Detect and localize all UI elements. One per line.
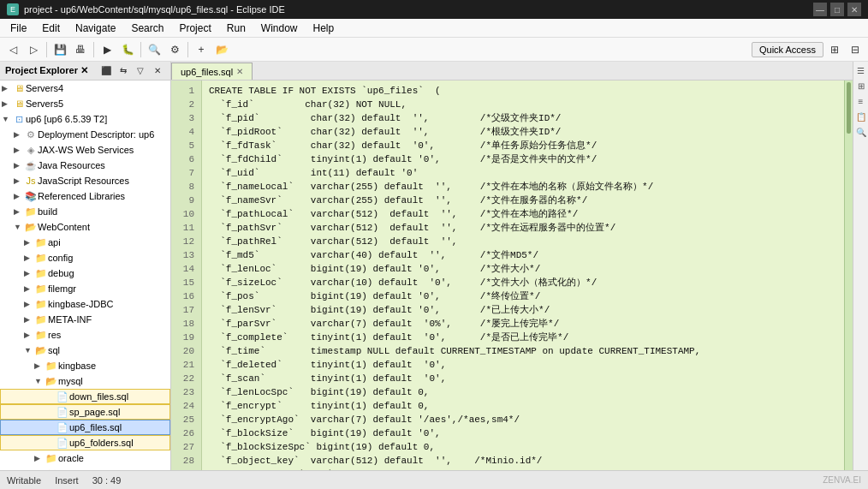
tree-item-config[interactable]: ▶ 📁 config	[0, 250, 170, 265]
code-line[interactable]: `f_pos` bigint(19) default '0', /*终传位置*/	[209, 289, 837, 303]
toolbar-perspectives[interactable]: ⊞	[825, 40, 844, 59]
right-icon-btn-5[interactable]: 🔍	[854, 125, 868, 139]
code-line[interactable]: `f_nameLocal` varchar(255) default '', /…	[209, 180, 837, 194]
maximize-button[interactable]: □	[830, 3, 844, 16]
tree-item-kingbase[interactable]: ▶ 📁 kingbase	[0, 358, 170, 373]
menu-project[interactable]: Project	[172, 21, 217, 36]
right-icon-btn-1[interactable]: ☰	[854, 63, 868, 77]
toolbar-sep2	[93, 42, 94, 57]
code-line[interactable]: `f_pathLocal` varchar(512) default '', /…	[209, 207, 837, 221]
project-tree[interactable]: ▶ 🖥 Servers4 ▶ 🖥 Servers5 ▼ ⊡ up6 [up6 6…	[0, 81, 170, 470]
tree-item-api[interactable]: ▶ 📁 api	[0, 235, 170, 250]
code-editor[interactable]: CREATE TABLE IF NOT EXISTS `up6_files` (…	[202, 81, 844, 470]
sidebar-link-editor[interactable]: ⇆	[116, 63, 131, 79]
code-line[interactable]: CREATE TABLE IF NOT EXISTS `up6_files` (	[209, 84, 837, 98]
tree-item-javascript[interactable]: ▶ Js JavaScript Resources	[0, 173, 170, 188]
lib-icon: 📚	[24, 190, 38, 202]
tree-item-res[interactable]: ▶ 📁 res	[0, 327, 170, 343]
menu-window[interactable]: Window	[254, 21, 305, 36]
window-controls[interactable]: — □ ✕	[813, 3, 861, 16]
code-line[interactable]: `f_id` char(32) NOT NULL,	[209, 98, 837, 111]
tree-item-build[interactable]: ▶ 📁 build	[0, 204, 170, 219]
code-line[interactable]: `f_parSvr` varchar(7) default '0%', /*屡完…	[209, 317, 837, 331]
tree-item-reflibs[interactable]: ▶ 📚 Referenced Libraries	[0, 188, 170, 204]
right-icon-btn-3[interactable]: ≡	[854, 94, 868, 108]
code-line[interactable]: `f_nameSvr` varchar(255) default '', /*文…	[209, 194, 837, 207]
tree-label: debug	[48, 268, 169, 278]
right-icon-btn-4[interactable]: 📋	[854, 110, 868, 123]
right-icon-btn-2[interactable]: ⊞	[854, 79, 868, 92]
tree-item-up6-folders[interactable]: 📄 up6_folders.sql	[0, 435, 170, 450]
toolbar-forward[interactable]: ▷	[24, 40, 43, 59]
sidebar-collapse-all[interactable]: ⬛	[98, 63, 114, 79]
code-line[interactable]: `f_pathRel` varchar(512) default '',	[209, 235, 837, 248]
tree-item-filemgr[interactable]: ▶ 📁 filemgr	[0, 281, 170, 296]
toolbar-views[interactable]: ⊟	[846, 40, 865, 59]
folder-open-icon: 📂	[34, 344, 48, 356]
tree-label: filemgr	[48, 283, 169, 294]
tree-item-debug[interactable]: ▶ 📁 debug	[0, 265, 170, 281]
tree-item-servers5[interactable]: ▶ 🖥 Servers5	[0, 96, 170, 111]
tree-item-sp-page[interactable]: 📄 sp_page.sql	[0, 404, 170, 420]
menu-navigate[interactable]: Navigate	[68, 21, 122, 36]
code-line[interactable]: `f_complete` tinyint(1) default '0', /*是…	[209, 331, 837, 344]
editor-tabs: up6_files.sql ✕	[171, 62, 853, 81]
toolbar-search[interactable]: 🔍	[145, 40, 163, 59]
editor-content[interactable]: 1234567891011121314151617181920212223242…	[171, 81, 853, 470]
code-line[interactable]: `f_md5` varchar(40) default '', /*文件MD5*…	[209, 248, 837, 262]
code-line[interactable]: `f_pid` char(32) default '', /*父级文件夹ID*/	[209, 111, 837, 125]
code-line[interactable]: `f_blockSize` bigint(19) default '0',	[209, 426, 837, 440]
toolbar-open[interactable]: 📂	[212, 40, 231, 59]
code-line[interactable]: `f_fdTask` char(32) default '0', /*单任务原始…	[209, 139, 837, 152]
code-line[interactable]: `f_uid` int(11) default '0'	[209, 166, 837, 180]
code-line[interactable]: `f_blockSizeSpc` bigint(19) default 0,	[209, 440, 837, 454]
code-line[interactable]: `f_encryptAgo` varchar(7) default '/aes'…	[209, 413, 837, 426]
code-line[interactable]: `f_lenLocSpc` bigint(19) default 0,	[209, 385, 837, 399]
tree-item-webcontent[interactable]: ▼ 📂 WebContent	[0, 219, 170, 235]
editor-tab-up6-files[interactable]: up6_files.sql ✕	[171, 63, 253, 80]
tree-item-down-files[interactable]: 📄 down_files.sql	[0, 389, 170, 404]
sidebar-close[interactable]: ✕	[150, 63, 165, 79]
tree-item-sql[interactable]: ▼ 📂 sql	[0, 343, 170, 358]
tree-item-up6[interactable]: ▼ ⊡ up6 [up6 6.5.39 T2]	[0, 111, 170, 127]
tree-item-deployment[interactable]: ▶ ⚙ Deployment Descriptor: up6	[0, 127, 170, 142]
menu-help[interactable]: Help	[306, 21, 342, 36]
menu-edit[interactable]: Edit	[35, 21, 67, 36]
toolbar-back[interactable]: ◁	[3, 40, 22, 59]
close-button[interactable]: ✕	[847, 3, 861, 16]
tree-item-kingbase-jdbc[interactable]: ▶ 📁 kingbase-JDBC	[0, 296, 170, 312]
code-line[interactable]: `f_deleted` tinyint(1) default '0',	[209, 358, 837, 372]
code-line[interactable]: `f_lenLoc` bigint(19) default '0', /*文件大…	[209, 262, 837, 276]
quick-access-button[interactable]: Quick Access	[752, 42, 823, 57]
tree-item-mysql[interactable]: ▼ 📂 mysql	[0, 373, 170, 389]
editor-scrollbar[interactable]	[844, 81, 853, 470]
toolbar-run[interactable]: ▶	[98, 40, 116, 59]
toolbar-save[interactable]: 💾	[51, 40, 69, 59]
tree-item-oracle[interactable]: ▶ 📁 oracle	[0, 450, 170, 466]
tree-item-java[interactable]: ▶ ☕ Java Resources	[0, 158, 170, 173]
code-line[interactable]: `f_lenSvr` bigint(19) default '0', /*已上传…	[209, 303, 837, 317]
tab-close-button[interactable]: ✕	[236, 67, 243, 76]
menu-run[interactable]: Run	[220, 21, 253, 36]
code-line[interactable]: `f_time` timestamp NULL default CURRENT_…	[209, 344, 837, 358]
code-line[interactable]: `f_encrypt` tinyint(1) default 0,	[209, 399, 837, 413]
toolbar-print[interactable]: 🖶	[71, 40, 90, 59]
code-line[interactable]: `f_sizeLoc` varchar(10) default '0', /*文…	[209, 276, 837, 289]
tree-item-jax-ws[interactable]: ▶ ◈ JAX-WS Web Services	[0, 142, 170, 158]
code-line[interactable]: `f_scan` tinyint(1) default '0',	[209, 372, 837, 385]
code-line[interactable]: `f_object_key` varchar(512) default '', …	[209, 454, 837, 468]
code-line[interactable]: `f_pidRoot` char(32) default '', /*根级文件夹…	[209, 125, 837, 139]
toolbar-debug[interactable]: 🐛	[118, 40, 137, 59]
code-line[interactable]: `f_fdChild` tinyint(1) default '0', /*是否…	[209, 152, 837, 166]
sidebar-view-menu[interactable]: ▽	[133, 63, 148, 79]
toolbar-new[interactable]: +	[192, 40, 211, 59]
menu-search[interactable]: Search	[124, 21, 170, 36]
tree-item-up6-files[interactable]: 📄 up6_files.sql	[0, 420, 170, 435]
tree-item-meta-inf[interactable]: ▶ 📁 META-INF	[0, 312, 170, 327]
folder-icon: 📁	[34, 252, 48, 264]
code-line[interactable]: `f_pathSvr` varchar(512) default '', /*文…	[209, 221, 837, 235]
tree-item-servers4[interactable]: ▶ 🖥 Servers4	[0, 81, 170, 96]
menu-file[interactable]: File	[3, 21, 33, 36]
minimize-button[interactable]: —	[813, 3, 827, 16]
toolbar-settings[interactable]: ⚙	[165, 40, 184, 59]
